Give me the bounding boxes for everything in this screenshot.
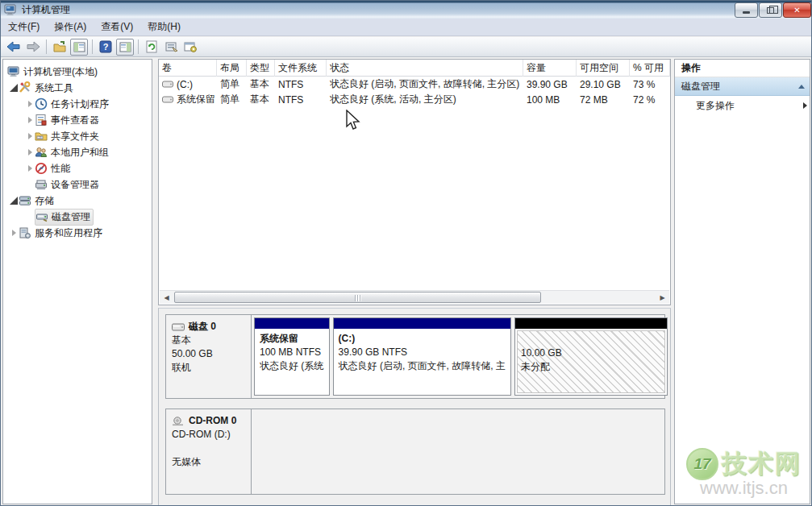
tree-item-event-viewer[interactable]: 事件查看器 [3, 112, 152, 128]
tree-item-label: 任务计划程序 [48, 97, 111, 112]
tree-item-performance[interactable]: 性能 [3, 160, 152, 176]
device-manager-icon [35, 178, 48, 191]
actions-item-disk-management[interactable]: 磁盘管理 [675, 77, 810, 96]
collapsed-arrow-icon[interactable] [9, 230, 19, 236]
cell-layout: 简单 [217, 77, 247, 91]
expand-arrow-icon[interactable] [803, 102, 807, 109]
tree-item-services-and-applications[interactable]: 服务和应用程序 [3, 225, 152, 241]
menu-action[interactable]: 操作(A) [47, 19, 94, 35]
column-header-status[interactable]: 状态 [327, 60, 523, 77]
partition-status: 未分配 [521, 360, 661, 374]
console-tree-toggle-icon[interactable] [70, 39, 88, 56]
export-list-icon[interactable] [51, 39, 69, 56]
menu-bar: 文件(F) 操作(A) 查看(V) 帮助(H) [1, 19, 811, 36]
collapsed-arrow-icon[interactable] [25, 101, 35, 107]
partition-name: (C:) [339, 332, 506, 346]
close-button[interactable]: ✕ [783, 2, 811, 18]
collapsed-arrow-icon[interactable] [25, 117, 35, 123]
collapse-arrow-icon[interactable] [798, 85, 805, 89]
cdrom-drive-letter: CD-ROM (D:) [172, 428, 245, 442]
tree-item-label: 系统工具 [32, 81, 76, 96]
volume-row-c[interactable]: (C:) 简单 基本 NTFS 状态良好 (启动, 页面文件, 故障转储, 主分… [159, 77, 670, 92]
app-icon [4, 3, 17, 16]
scrollbar-thumb[interactable] [174, 292, 541, 303]
cell-type: 基本 [247, 93, 275, 106]
horizontal-scrollbar[interactable]: ◀ ▶ [160, 290, 669, 304]
tree-item-task-scheduler[interactable]: 任务计划程序 [3, 96, 152, 112]
collapsed-arrow-icon[interactable] [25, 165, 35, 172]
task-scheduler-icon [35, 97, 48, 110]
volume-row-system-reserved[interactable]: 系统保留 简单 基本 NTFS 状态良好 (系统, 活动, 主分区) 100 M… [159, 92, 670, 107]
tree-item-label: 性能 [48, 161, 73, 176]
disk-name: 磁盘 0 [189, 320, 216, 334]
cell-percent-free: 73 % [630, 79, 670, 90]
partition-color-bar [255, 318, 329, 329]
console-window-icon[interactable] [181, 39, 199, 56]
refresh-icon[interactable] [143, 39, 160, 56]
cdrom-0-row: CD-ROM 0 CD-ROM (D:) 无媒体 [165, 409, 665, 495]
column-header-capacity[interactable]: 容量 [523, 60, 577, 77]
expanded-arrow-icon[interactable] [9, 197, 19, 205]
tree-item-label: 事件查看器 [48, 113, 102, 128]
cell-percent-free: 72 % [630, 94, 670, 106]
cell-status: 状态良好 (系统, 活动, 主分区) [327, 93, 523, 106]
tree-item-computer-management[interactable]: 计算机管理(本地) [3, 64, 152, 80]
column-header-layout[interactable]: 布局 [217, 60, 247, 77]
cdrom-0-label-panel[interactable]: CD-ROM 0 CD-ROM (D:) 无媒体 [166, 409, 252, 494]
expanded-arrow-icon[interactable] [9, 84, 19, 92]
close-icon: ✕ [793, 6, 800, 15]
tree-item-local-users-and-groups[interactable]: 本地用户和组 [3, 144, 152, 160]
scroll-left-icon[interactable]: ◀ [160, 291, 173, 304]
column-header-type[interactable]: 类型 [247, 60, 275, 77]
menu-view[interactable]: 查看(V) [94, 19, 140, 35]
console-tree: 计算机管理(本地) 系统工具 任务计划程序 事件查看器 [3, 60, 152, 241]
collapsed-arrow-icon[interactable] [25, 149, 35, 156]
cell-filesystem: NTFS [275, 79, 327, 90]
title-bar[interactable]: 计算机管理 ✕ [1, 1, 811, 19]
help-icon[interactable]: ? [97, 39, 115, 56]
minimize-button[interactable] [735, 2, 758, 18]
cell-layout: 简单 [217, 93, 247, 106]
partition-system-reserved[interactable]: 系统保留 100 MB NTFS 状态良好 (系统 [254, 317, 330, 396]
collapsed-arrow-icon[interactable] [25, 133, 35, 139]
volume-icon [162, 96, 173, 103]
cell-type: 基本 [247, 77, 275, 91]
more-actions-item[interactable]: 更多操作 [675, 96, 810, 115]
minimize-icon [743, 11, 750, 14]
cdrom-name: CD-ROM 0 [189, 414, 236, 428]
storage-icon [19, 194, 32, 207]
toolbar-separator [138, 39, 139, 54]
more-actions-label: 更多操作 [696, 100, 735, 111]
cdrom-media-status: 无媒体 [172, 455, 245, 469]
tree-selection: 磁盘管理 [35, 209, 94, 226]
action-pane-toggle-icon[interactable] [116, 39, 134, 56]
tree-item-system-tools[interactable]: 系统工具 [3, 80, 152, 96]
cell-status: 状态良好 (启动, 页面文件, 故障转储, 主分区) [327, 77, 523, 91]
column-header-filesystem[interactable]: 文件系统 [275, 60, 327, 77]
partition-name: 系统保留 [260, 332, 324, 346]
actions-pane: 操作 磁盘管理 更多操作 [674, 59, 810, 504]
menu-file[interactable]: 文件(F) [1, 19, 47, 35]
tree-item-shared-folders[interactable]: 23 共享文件夹 [3, 128, 152, 144]
partition-unallocated[interactable]: 10.00 GB 未分配 [514, 317, 668, 396]
forward-icon[interactable] [24, 39, 42, 56]
toolbar-separator [46, 39, 47, 54]
cell-free-space: 29.10 GB [577, 79, 630, 90]
cell-capacity: 39.90 GB [523, 79, 577, 90]
scroll-right-icon[interactable]: ▶ [656, 291, 669, 304]
column-header-percent-free[interactable]: % 可用 [630, 60, 670, 77]
partition-detail: 39.90 GB NTFS [339, 346, 506, 359]
tree-item-disk-management[interactable]: 磁盘管理 [3, 209, 152, 225]
cdrom-0-empty-area [252, 409, 664, 494]
back-icon[interactable] [5, 39, 23, 56]
column-header-volume[interactable]: 卷 [159, 60, 217, 77]
column-header-free-space[interactable]: 可用空间 [577, 60, 630, 77]
event-viewer-icon [35, 114, 48, 126]
partition-c[interactable]: (C:) 39.90 GB NTFS 状态良好 (启动, 页面文件, 故障转储,… [333, 317, 511, 396]
disk-0-label-panel[interactable]: 磁盘 0 基本 50.00 GB 联机 [166, 315, 252, 398]
maximize-button[interactable] [759, 2, 782, 18]
menu-help[interactable]: 帮助(H) [140, 19, 188, 35]
tree-item-storage[interactable]: 存储 [3, 193, 152, 209]
tree-item-device-manager[interactable]: 设备管理器 [3, 176, 152, 193]
properties-icon[interactable] [162, 39, 180, 56]
